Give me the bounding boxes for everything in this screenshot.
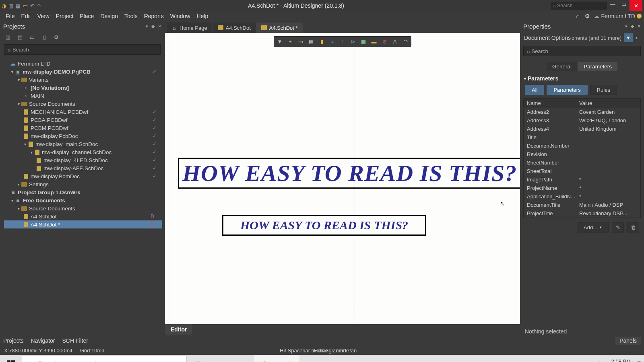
bottom-tab-projects[interactable]: Projects <box>3 337 24 344</box>
table-row[interactable]: SheetNumber <box>524 158 640 167</box>
tree-doc[interactable]: mw-display_main.SchDoc <box>35 141 98 147</box>
tree-no-variations[interactable]: [No Variations] <box>31 85 69 91</box>
tab-a4-2[interactable]: A4.SchDot * <box>256 23 303 33</box>
table-row[interactable]: Address3WC2H 9JQ, London <box>524 116 640 125</box>
collapse-icon[interactable]: ▾ <box>524 76 526 81</box>
toggle-icon[interactable]: ▾ <box>16 102 21 106</box>
table-row[interactable]: ImagePath* <box>524 175 640 184</box>
home-icon[interactable]: ⌂ <box>574 13 581 19</box>
delete-parameter-button[interactable]: 🗑 <box>627 222 639 232</box>
tree-doc[interactable]: PCBM.PCBDwf <box>31 125 68 131</box>
menu-project[interactable]: Project <box>53 13 77 19</box>
table-row[interactable]: DocumentNumber <box>524 142 640 150</box>
tab-home[interactable]: ⌂Home Page <box>167 23 212 33</box>
tb-icon-open[interactable]: ▭ <box>23 3 28 9</box>
tree-doc[interactable]: PCBA.PCBDwf <box>31 117 68 123</box>
tree-doc[interactable]: mw-display.PcbDoc <box>31 133 78 139</box>
proj-tool-1-icon[interactable]: ▥ <box>5 34 11 40</box>
toggle-icon[interactable]: ▾ <box>23 142 27 146</box>
menu-help[interactable]: Help <box>194 13 212 19</box>
tree-doc[interactable]: mw-display-AFE.SchDoc <box>43 165 103 171</box>
proj-tool-3-icon[interactable]: ▭ <box>29 34 35 40</box>
menu-tools[interactable]: Tools <box>121 13 141 19</box>
panel-pin-icon[interactable]: ◆ <box>151 24 155 29</box>
panel-close-icon[interactable]: ✕ <box>158 24 161 29</box>
toggle-icon[interactable]: ▾ <box>29 150 34 154</box>
tb-icon-redo[interactable]: ↷ <box>37 3 41 9</box>
taskbar-clock[interactable]: 2:08 PM 5/14/2020 <box>607 358 631 362</box>
titlebar-search-input[interactable]: ⌕ Search <box>551 2 607 10</box>
more-components-label[interactable]: onents (and 11 more) <box>572 35 621 41</box>
tab-a4-1[interactable]: A4.SchDot <box>213 23 256 33</box>
table-row[interactable]: Address2Covent Garden <box>524 108 640 116</box>
table-row[interactable]: ProjectName* <box>524 184 640 192</box>
label-icon[interactable]: ▬ <box>371 38 377 45</box>
table-row[interactable]: DocumentTitleMain / Audio / DSP <box>524 201 640 209</box>
menu-file[interactable]: File <box>2 13 18 19</box>
menu-window[interactable]: Window <box>167 13 194 19</box>
parameters-table[interactable]: Name Value Address2Covent GardenAddress3… <box>523 98 641 218</box>
chip-parameters[interactable]: Parameters <box>547 85 587 95</box>
tree-free-docs[interactable]: Free Documents <box>23 197 65 204</box>
tree-doc[interactable]: mw-display_4LED.SchDoc <box>43 157 108 163</box>
tree-variants[interactable]: Variants <box>29 77 49 83</box>
toggle-icon[interactable]: ▾ <box>16 78 21 82</box>
canvas-text-large[interactable]: HOW EASY TO READ IS THIS? <box>178 158 520 189</box>
start-button[interactable] <box>0 355 22 362</box>
tree-workspace[interactable]: Fermium LTD <box>18 61 51 67</box>
proj-tool-4-icon[interactable]: ▯ <box>41 34 47 40</box>
tb-icon-saveall[interactable]: ▦ <box>16 3 21 9</box>
taskbar-search-input[interactable]: ⌕ Type here to search <box>22 356 187 362</box>
cortana-icon[interactable]: ◯ <box>187 355 209 362</box>
bottom-tab-navigator[interactable]: Navigator <box>31 337 55 344</box>
panel-pin-icon[interactable]: ◆ <box>631 24 634 29</box>
tab-parameters[interactable]: Parameters <box>578 62 617 71</box>
tree-doc[interactable]: A4.SchDot <box>31 214 57 220</box>
panel-close-icon[interactable]: ✕ <box>637 24 641 29</box>
menu-view[interactable]: View <box>34 13 53 19</box>
tb-icon-undo[interactable]: ↶ <box>30 3 35 9</box>
col-value[interactable]: Value <box>576 99 640 108</box>
tree-source-docs[interactable]: Source Documents <box>29 101 75 107</box>
tree-group[interactable]: Project Group 1.DsnWrk <box>18 189 80 195</box>
proj-tool-gear-icon[interactable]: ⚙ <box>53 34 60 40</box>
tab-general[interactable]: General <box>547 62 577 71</box>
proj-tool-2-icon[interactable]: ▤ <box>17 34 23 40</box>
maximize-button[interactable]: ▭ <box>618 0 630 8</box>
tree-doc[interactable]: mw-display_channel.SchDoc <box>42 149 111 155</box>
chip-rules[interactable]: Rules <box>590 85 617 95</box>
editor-tab[interactable]: Editor <box>165 324 192 335</box>
menu-place[interactable]: Place <box>76 13 97 19</box>
task-view-icon[interactable]: ⧉ <box>209 355 232 362</box>
gear-icon[interactable]: ⚙ <box>584 13 590 19</box>
table-row[interactable]: SheetTotal <box>524 167 640 175</box>
menu-design[interactable]: Design <box>97 13 121 19</box>
canvas-text-small[interactable]: HOW EASY TO READ IS THIS? <box>222 215 426 236</box>
panel-dropdown-icon[interactable]: ▾ <box>146 24 148 29</box>
menu-reports[interactable]: Reports <box>141 13 167 19</box>
panel-dropdown-icon[interactable]: ▾ <box>625 24 627 29</box>
tree-doc-selected[interactable]: A4.SchDot * <box>31 222 60 228</box>
projects-tree[interactable]: ☁Fermium LTD ▾▣mw-display-DEMO.PrjPCB✓ ▾… <box>0 56 165 335</box>
toggle-icon[interactable]: ▸ <box>16 182 21 187</box>
port-icon[interactable]: ⊳ <box>350 38 356 45</box>
tree-project[interactable]: mw-display-DEMO.PrjPCB <box>23 69 91 75</box>
file-explorer-icon[interactable]: 🗀 <box>254 355 277 362</box>
projects-search-input[interactable]: ⌕ Search <box>4 44 161 55</box>
table-row[interactable]: Title <box>524 133 640 142</box>
panels-button[interactable]: Panels <box>615 337 641 345</box>
bar-icon[interactable]: ▮ <box>318 38 325 45</box>
chip-all[interactable]: All <box>525 85 544 95</box>
toggle-icon[interactable]: ▾ <box>16 206 21 211</box>
rect-icon[interactable]: ▭ <box>297 38 304 45</box>
component-icon[interactable]: ▦ <box>360 38 367 45</box>
arc-icon[interactable]: ◠ <box>402 38 409 45</box>
bottom-tab-sch-filter[interactable]: SCH Filter <box>62 337 89 344</box>
table-row[interactable]: ProjectTitleRevolutionary DSP... <box>524 209 640 218</box>
properties-search-input[interactable]: ⌕ Search <box>523 46 641 56</box>
close-button[interactable]: ✕ <box>630 0 642 11</box>
tree-doc[interactable]: mw-display.BomDoc <box>31 173 80 179</box>
noerc-icon[interactable]: ⊘ <box>381 38 388 45</box>
col-name[interactable]: Name <box>524 99 576 108</box>
tree-doc[interactable]: MECHANICAL.PCBDwf <box>31 109 88 115</box>
